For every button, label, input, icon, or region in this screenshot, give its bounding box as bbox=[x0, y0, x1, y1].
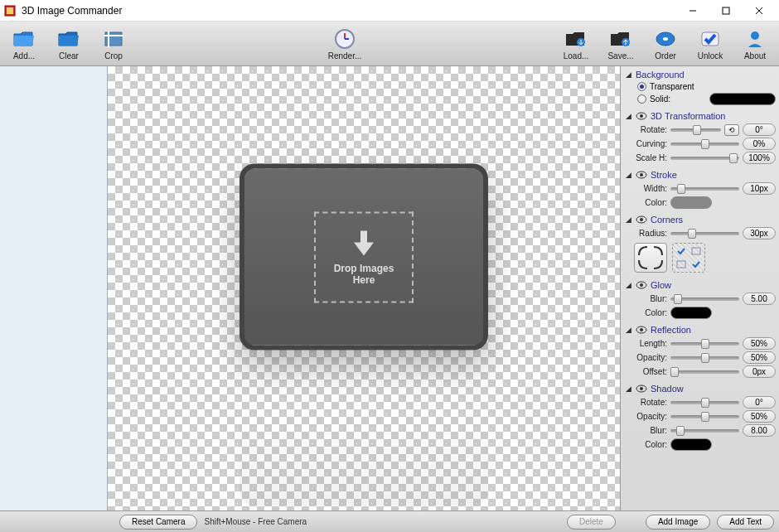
section-title-reflection: Reflection bbox=[651, 325, 691, 335]
glow-color[interactable] bbox=[670, 307, 712, 319]
check-icon bbox=[698, 27, 723, 51]
glow-blur-value[interactable]: 5.00 bbox=[743, 293, 776, 305]
shadow-color[interactable] bbox=[670, 438, 712, 451]
titlebar: 3D Image Commander bbox=[0, 0, 779, 22]
section-title-shadow: Shadow bbox=[651, 384, 684, 394]
svg-rect-1 bbox=[7, 7, 13, 14]
corner-toggle-box[interactable] bbox=[672, 243, 705, 273]
crop-button[interactable]: Crop bbox=[93, 24, 134, 64]
bg-transparent-radio[interactable]: Transparent bbox=[624, 81, 776, 92]
shadow-rotate-slider[interactable] bbox=[670, 398, 739, 408]
close-button[interactable] bbox=[743, 0, 776, 22]
corner-radius-slider[interactable] bbox=[670, 229, 739, 239]
scaleh-slider[interactable] bbox=[670, 153, 739, 163]
window-title: 3D Image Commander bbox=[22, 5, 676, 17]
add-text-button[interactable]: Add Text bbox=[717, 515, 774, 530]
svg-point-29 bbox=[640, 328, 643, 331]
collapse-icon[interactable]: ◢ bbox=[624, 112, 632, 120]
svg-rect-25 bbox=[677, 261, 685, 268]
svg-rect-3 bbox=[723, 7, 729, 14]
shadow-opacity-slider[interactable] bbox=[670, 412, 739, 422]
collapse-icon[interactable]: ◢ bbox=[624, 215, 632, 224]
section-background: ◢Background Transparent Solid: bbox=[624, 68, 776, 106]
disk-icon bbox=[653, 27, 678, 51]
save-button[interactable]: Save... bbox=[600, 24, 641, 64]
section-title-transform: 3D Transformation bbox=[651, 111, 725, 121]
stroke-width-slider[interactable] bbox=[670, 184, 739, 194]
load-button[interactable]: Load... bbox=[555, 24, 597, 64]
glow-blur-slider[interactable] bbox=[670, 294, 739, 304]
clear-button[interactable]: Clear bbox=[48, 24, 90, 64]
minimize-button[interactable] bbox=[676, 0, 709, 22]
stroke-color[interactable] bbox=[670, 196, 712, 209]
collapse-icon[interactable]: ◢ bbox=[624, 171, 632, 179]
refl-opacity-slider[interactable] bbox=[670, 353, 739, 363]
shadow-rotate-value[interactable]: 0° bbox=[743, 396, 776, 409]
delete-button[interactable]: Delete bbox=[567, 515, 616, 530]
svg-point-21 bbox=[640, 173, 643, 177]
stroke-width-value[interactable]: 10px bbox=[743, 182, 776, 195]
eye-icon[interactable] bbox=[636, 326, 647, 334]
canvas[interactable]: Drop Images Here bbox=[108, 66, 620, 510]
rotate-reset-icon[interactable]: ⟲ bbox=[724, 124, 739, 136]
down-arrow-icon bbox=[352, 229, 375, 257]
drop-zone[interactable]: Drop Images Here bbox=[314, 211, 414, 302]
reset-camera-button[interactable]: Reset Camera bbox=[119, 515, 197, 530]
properties-panel: ◢Background Transparent Solid: ◢3D Trans… bbox=[620, 66, 779, 510]
svg-point-15 bbox=[663, 37, 668, 41]
refl-length-value[interactable]: 50% bbox=[743, 337, 776, 350]
add-image-button[interactable]: Add Image bbox=[646, 515, 710, 530]
eye-icon[interactable] bbox=[636, 384, 647, 393]
corner-style-box[interactable] bbox=[634, 243, 667, 273]
eye-icon[interactable] bbox=[636, 112, 647, 120]
section-title-stroke: Stroke bbox=[651, 170, 677, 180]
add-button[interactable]: Add... bbox=[3, 24, 45, 64]
rotate-value[interactable]: 0° bbox=[743, 123, 776, 136]
section-glow: ◢Glow Blur:5.00 Color: bbox=[624, 278, 776, 320]
bg-solid-radio[interactable]: Solid: bbox=[624, 92, 776, 106]
eye-icon[interactable] bbox=[636, 171, 647, 179]
folder-save-icon bbox=[608, 27, 633, 51]
curving-slider[interactable] bbox=[670, 139, 739, 149]
collapse-icon[interactable]: ◢ bbox=[624, 70, 632, 79]
drop-text-2: Here bbox=[353, 273, 375, 285]
refl-opacity-value[interactable]: 50% bbox=[743, 351, 776, 364]
section-shadow: ◢Shadow Rotate:0° Opacity:50% Blur:8.00 … bbox=[624, 382, 776, 452]
collapse-icon[interactable]: ◢ bbox=[624, 326, 632, 334]
maximize-button[interactable] bbox=[709, 0, 743, 22]
shadow-blur-value[interactable]: 8.00 bbox=[743, 424, 776, 437]
about-button[interactable]: About bbox=[734, 24, 776, 64]
refl-offset-value[interactable]: 0px bbox=[743, 365, 776, 378]
render-button[interactable]: Render... bbox=[324, 24, 365, 64]
refl-offset-slider[interactable] bbox=[670, 367, 739, 377]
unlock-button[interactable]: Unlock bbox=[689, 24, 731, 64]
shadow-opacity-value[interactable]: 50% bbox=[743, 410, 776, 423]
folder-add-icon bbox=[12, 27, 36, 51]
curving-value[interactable]: 0% bbox=[743, 138, 776, 150]
section-title-glow: Glow bbox=[651, 280, 671, 290]
svg-point-19 bbox=[640, 114, 643, 118]
eye-icon[interactable] bbox=[636, 215, 647, 224]
camera-hint: Shift+Mouse - Free Camera bbox=[204, 517, 307, 526]
section-title-corners: Corners bbox=[651, 215, 683, 225]
shadow-blur-slider[interactable] bbox=[670, 426, 739, 436]
svg-point-31 bbox=[640, 387, 643, 390]
collapse-icon[interactable]: ◢ bbox=[624, 384, 632, 393]
refl-length-slider[interactable] bbox=[670, 339, 739, 349]
image-list-sidebar[interactable] bbox=[0, 66, 108, 510]
section-transform: ◢3D Transformation Rotate:⟲0° Curving:0%… bbox=[624, 109, 776, 165]
collapse-icon[interactable]: ◢ bbox=[624, 281, 632, 289]
section-corners: ◢Corners Radius:30px bbox=[624, 213, 776, 275]
svg-point-27 bbox=[640, 283, 643, 287]
rotate-slider[interactable] bbox=[670, 125, 721, 135]
bg-solid-color[interactable] bbox=[709, 93, 776, 105]
preview-card[interactable]: Drop Images Here bbox=[240, 164, 488, 351]
eye-icon[interactable] bbox=[636, 281, 647, 289]
scaleh-value[interactable]: 100% bbox=[743, 152, 776, 164]
svg-point-17 bbox=[751, 31, 759, 40]
folder-load-icon bbox=[564, 27, 588, 51]
order-button[interactable]: Order bbox=[645, 24, 686, 64]
corner-radius-value[interactable]: 30px bbox=[743, 227, 776, 239]
drop-text-1: Drop Images bbox=[334, 262, 394, 273]
section-stroke: ◢Stroke Width:10px Color: bbox=[624, 168, 776, 210]
